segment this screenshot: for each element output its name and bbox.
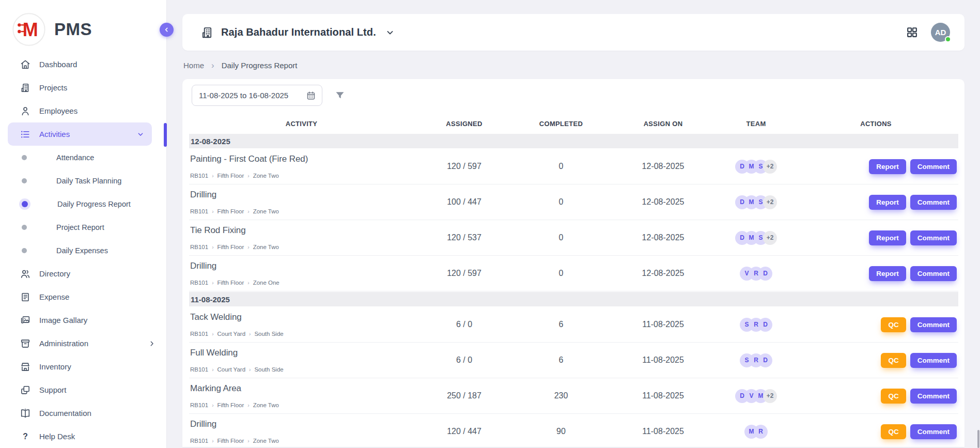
team-avatar[interactable]: R (754, 425, 768, 439)
report-button[interactable]: Report (869, 159, 906, 174)
sidebar-subitem-label: Daily Expenses (56, 246, 108, 255)
user-avatar[interactable]: AD (931, 23, 950, 42)
sidebar-item-projects[interactable]: Projects (0, 76, 166, 99)
sidebar-collapse-button[interactable] (160, 23, 174, 37)
activity-title: Drilling (190, 190, 414, 200)
chevron-right-icon: › (249, 331, 251, 337)
actions-cell: ReportComment (794, 230, 958, 245)
home-icon (20, 59, 31, 70)
assigned-value: 120 / 597 (414, 162, 515, 171)
path-segment: Court Yard (217, 331, 246, 337)
comment-button[interactable]: Comment (910, 230, 957, 245)
team-more-avatar[interactable]: +2 (763, 231, 777, 245)
qc-button[interactable]: QC (881, 353, 906, 368)
chevron-right-icon: › (212, 331, 213, 337)
comment-button[interactable]: Comment (910, 353, 957, 368)
activities-icon (20, 129, 31, 140)
qc-button[interactable]: QC (881, 424, 906, 439)
chevron-right-icon (148, 339, 156, 348)
app-logo: M PMS (0, 0, 166, 48)
sidebar-subitem-daily-expenses[interactable]: Daily Expenses (0, 239, 166, 262)
team-more-avatar[interactable]: +2 (763, 160, 777, 174)
sidebar-item-label: Employees (39, 106, 156, 115)
comment-button[interactable]: Comment (910, 159, 957, 174)
sidebar-item-label: Help Desk (39, 432, 156, 441)
sidebar-item-image-gallary[interactable]: Image Gallary (0, 308, 166, 332)
path-segment: Zone Two (253, 244, 279, 250)
sidebar-item-inventory[interactable]: Inventory (0, 355, 166, 378)
actions-cell: ReportComment (794, 159, 958, 174)
copy-icon (20, 384, 31, 396)
assigned-value: 6 / 0 (414, 320, 515, 329)
activity-cell: DrillingRB101›Fifth Floor›Zone One (189, 256, 414, 291)
sidebar-item-dashboard[interactable]: Dashboard (0, 53, 166, 76)
qc-button[interactable]: QC (881, 389, 906, 404)
scrollbar-thumb[interactable] (977, 430, 979, 448)
sidebar-subitem-daily-task-planning[interactable]: Daily Task Planning (0, 169, 166, 192)
sidebar-item-activities[interactable]: Activities (8, 122, 152, 146)
comment-button[interactable]: Comment (910, 317, 957, 332)
breadcrumb-home[interactable]: Home (183, 61, 204, 70)
actions-cell: QCComment (794, 353, 958, 368)
team-more-avatar[interactable]: +2 (763, 195, 777, 209)
topbar: Raja Bahadur International Ltd. AD (182, 14, 965, 51)
comment-button[interactable]: Comment (910, 389, 957, 404)
assigned-value: 250 / 187 (414, 391, 515, 400)
comment-button[interactable]: Comment (910, 424, 957, 439)
chevron-right-icon: › (247, 403, 249, 408)
team-avatar[interactable]: D (758, 267, 772, 281)
sidebar: M PMS DashboardProjectsEmployeesActiviti… (0, 0, 167, 448)
sidebar-item-support[interactable]: Support (0, 378, 166, 401)
sidebar-item-employees[interactable]: Employees (0, 99, 166, 122)
activity-cell: Marking AreaRB101›Fifth Floor›Zone Two (189, 378, 414, 413)
sidebar-subitem-label: Attendance (56, 153, 94, 162)
report-button[interactable]: Report (869, 266, 906, 281)
team-cell: DMS+2 (719, 231, 794, 245)
assigned-value: 6 / 0 (414, 356, 515, 365)
path-segment: South Side (254, 331, 283, 337)
comment-button[interactable]: Comment (910, 195, 957, 210)
column-header-assigned: ASSIGNED (414, 120, 515, 128)
filter-icon[interactable] (334, 90, 346, 101)
comment-button[interactable]: Comment (910, 266, 957, 281)
assigned-value: 100 / 447 (414, 197, 515, 207)
assigned-value: 120 / 597 (414, 269, 515, 278)
chevron-right-icon: › (212, 280, 213, 286)
qc-button[interactable]: QC (881, 317, 906, 332)
path-segment: RB101 (190, 331, 208, 337)
sidebar-subitem-project-report[interactable]: Project Report (0, 215, 166, 239)
table-row: Marking AreaRB101›Fifth Floor›Zone Two25… (189, 378, 958, 414)
completed-value: 0 (515, 162, 608, 171)
completed-value: 230 (515, 391, 608, 400)
team-avatar[interactable]: D (758, 318, 772, 332)
activity-cell: Tie Rod FixingRB101›Fifth Floor›Zone Two (189, 220, 414, 255)
bullet-dot (22, 178, 27, 183)
chevron-right-icon: › (247, 209, 249, 214)
company-selector[interactable]: Raja Bahadur International Ltd. (201, 26, 395, 39)
date-group-header: 12-08-2025 (189, 134, 958, 148)
person-icon (20, 105, 31, 117)
path-segment: Fifth Floor (217, 280, 244, 286)
sidebar-subitem-attendance[interactable]: Attendance (0, 146, 166, 169)
activity-path: RB101›Fifth Floor›Zone Two (190, 402, 414, 408)
sidebar-subitem-daily-progress-report[interactable]: Daily Progress Report (0, 192, 166, 215)
team-cell: SRD (719, 318, 794, 332)
sidebar-item-help-desk[interactable]: ?Help Desk (0, 425, 166, 448)
team-more-avatar[interactable]: +2 (763, 389, 777, 403)
sidebar-item-administration[interactable]: Administration (0, 332, 166, 355)
path-segment: Zone One (253, 280, 279, 286)
sidebar-item-directory[interactable]: Directory (0, 262, 166, 285)
chevron-down-icon (385, 27, 395, 38)
date-range-input[interactable]: 11-08-2025 to 16-08-2025 (192, 85, 322, 106)
calendar-icon (306, 90, 316, 101)
sidebar-item-documentation[interactable]: Documentation (0, 401, 166, 425)
report-card: 11-08-2025 to 16-08-2025 ACTIVITYASSIGNE… (182, 79, 965, 447)
apps-grid-icon[interactable] (906, 26, 919, 39)
actions-cell: QCComment (794, 389, 958, 404)
report-button[interactable]: Report (869, 230, 906, 245)
activity-title: Marking Area (190, 383, 414, 394)
table-row: DrillingRB101›Fifth Floor›Zone One120 / … (189, 256, 958, 291)
sidebar-item-expense[interactable]: Expense (0, 285, 166, 308)
team-avatar[interactable]: D (758, 353, 772, 367)
report-button[interactable]: Report (869, 195, 906, 210)
